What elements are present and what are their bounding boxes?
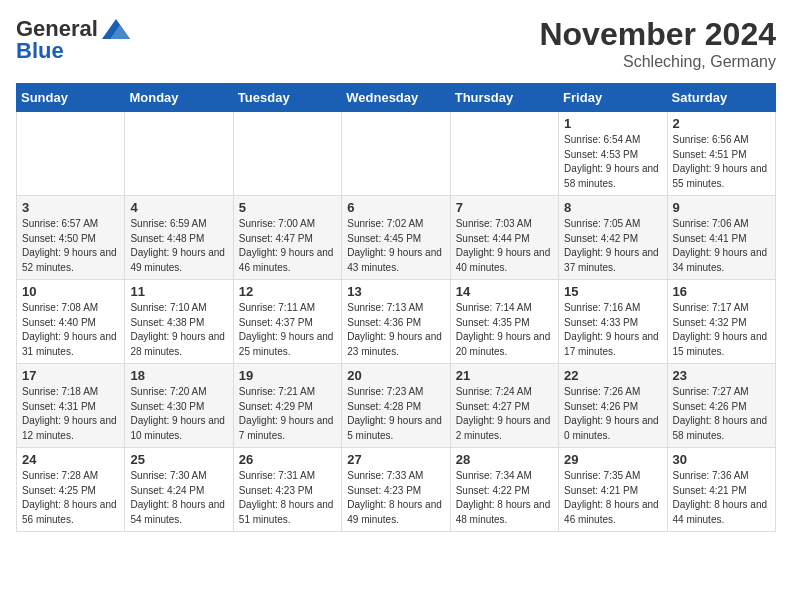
calendar-cell: 9Sunrise: 7:06 AM Sunset: 4:41 PM Daylig… [667, 196, 775, 280]
calendar-cell [233, 112, 341, 196]
calendar-cell: 5Sunrise: 7:00 AM Sunset: 4:47 PM Daylig… [233, 196, 341, 280]
calendar-cell: 8Sunrise: 7:05 AM Sunset: 4:42 PM Daylig… [559, 196, 667, 280]
day-info: Sunrise: 7:05 AM Sunset: 4:42 PM Dayligh… [564, 217, 661, 275]
calendar-cell [450, 112, 558, 196]
day-info: Sunrise: 7:17 AM Sunset: 4:32 PM Dayligh… [673, 301, 770, 359]
day-info: Sunrise: 7:02 AM Sunset: 4:45 PM Dayligh… [347, 217, 444, 275]
day-info: Sunrise: 7:28 AM Sunset: 4:25 PM Dayligh… [22, 469, 119, 527]
calendar-cell: 24Sunrise: 7:28 AM Sunset: 4:25 PM Dayli… [17, 448, 125, 532]
calendar-cell [342, 112, 450, 196]
day-number: 4 [130, 200, 227, 215]
day-number: 10 [22, 284, 119, 299]
calendar-cell: 20Sunrise: 7:23 AM Sunset: 4:28 PM Dayli… [342, 364, 450, 448]
day-number: 17 [22, 368, 119, 383]
calendar-week-row: 3Sunrise: 6:57 AM Sunset: 4:50 PM Daylig… [17, 196, 776, 280]
day-number: 20 [347, 368, 444, 383]
day-number: 9 [673, 200, 770, 215]
day-number: 22 [564, 368, 661, 383]
calendar-cell: 15Sunrise: 7:16 AM Sunset: 4:33 PM Dayli… [559, 280, 667, 364]
day-info: Sunrise: 7:30 AM Sunset: 4:24 PM Dayligh… [130, 469, 227, 527]
day-number: 27 [347, 452, 444, 467]
day-info: Sunrise: 7:24 AM Sunset: 4:27 PM Dayligh… [456, 385, 553, 443]
weekday-header: Thursday [450, 84, 558, 112]
day-info: Sunrise: 7:36 AM Sunset: 4:21 PM Dayligh… [673, 469, 770, 527]
logo-icon [102, 19, 130, 39]
day-number: 15 [564, 284, 661, 299]
day-number: 14 [456, 284, 553, 299]
calendar-cell: 4Sunrise: 6:59 AM Sunset: 4:48 PM Daylig… [125, 196, 233, 280]
day-number: 28 [456, 452, 553, 467]
day-info: Sunrise: 7:13 AM Sunset: 4:36 PM Dayligh… [347, 301, 444, 359]
calendar-week-row: 1Sunrise: 6:54 AM Sunset: 4:53 PM Daylig… [17, 112, 776, 196]
day-info: Sunrise: 7:08 AM Sunset: 4:40 PM Dayligh… [22, 301, 119, 359]
day-info: Sunrise: 7:35 AM Sunset: 4:21 PM Dayligh… [564, 469, 661, 527]
calendar-cell: 19Sunrise: 7:21 AM Sunset: 4:29 PM Dayli… [233, 364, 341, 448]
day-info: Sunrise: 7:00 AM Sunset: 4:47 PM Dayligh… [239, 217, 336, 275]
day-info: Sunrise: 7:03 AM Sunset: 4:44 PM Dayligh… [456, 217, 553, 275]
logo: General Blue [16, 16, 130, 64]
day-info: Sunrise: 6:54 AM Sunset: 4:53 PM Dayligh… [564, 133, 661, 191]
calendar-cell: 25Sunrise: 7:30 AM Sunset: 4:24 PM Dayli… [125, 448, 233, 532]
day-info: Sunrise: 7:27 AM Sunset: 4:26 PM Dayligh… [673, 385, 770, 443]
day-number: 8 [564, 200, 661, 215]
day-info: Sunrise: 7:21 AM Sunset: 4:29 PM Dayligh… [239, 385, 336, 443]
day-info: Sunrise: 7:34 AM Sunset: 4:22 PM Dayligh… [456, 469, 553, 527]
day-info: Sunrise: 7:20 AM Sunset: 4:30 PM Dayligh… [130, 385, 227, 443]
calendar-cell: 6Sunrise: 7:02 AM Sunset: 4:45 PM Daylig… [342, 196, 450, 280]
weekday-header: Monday [125, 84, 233, 112]
calendar-cell: 7Sunrise: 7:03 AM Sunset: 4:44 PM Daylig… [450, 196, 558, 280]
calendar-cell: 2Sunrise: 6:56 AM Sunset: 4:51 PM Daylig… [667, 112, 775, 196]
day-number: 18 [130, 368, 227, 383]
day-number: 13 [347, 284, 444, 299]
day-number: 25 [130, 452, 227, 467]
day-number: 2 [673, 116, 770, 131]
day-number: 23 [673, 368, 770, 383]
calendar-cell [17, 112, 125, 196]
calendar-cell: 22Sunrise: 7:26 AM Sunset: 4:26 PM Dayli… [559, 364, 667, 448]
day-number: 5 [239, 200, 336, 215]
title-section: November 2024 Schleching, Germany [539, 16, 776, 71]
day-info: Sunrise: 7:16 AM Sunset: 4:33 PM Dayligh… [564, 301, 661, 359]
day-number: 3 [22, 200, 119, 215]
calendar-cell: 29Sunrise: 7:35 AM Sunset: 4:21 PM Dayli… [559, 448, 667, 532]
calendar-cell: 11Sunrise: 7:10 AM Sunset: 4:38 PM Dayli… [125, 280, 233, 364]
calendar-week-row: 24Sunrise: 7:28 AM Sunset: 4:25 PM Dayli… [17, 448, 776, 532]
day-number: 6 [347, 200, 444, 215]
calendar-cell: 10Sunrise: 7:08 AM Sunset: 4:40 PM Dayli… [17, 280, 125, 364]
calendar-cell: 18Sunrise: 7:20 AM Sunset: 4:30 PM Dayli… [125, 364, 233, 448]
weekday-header: Tuesday [233, 84, 341, 112]
calendar-cell: 14Sunrise: 7:14 AM Sunset: 4:35 PM Dayli… [450, 280, 558, 364]
day-number: 26 [239, 452, 336, 467]
calendar-cell [125, 112, 233, 196]
weekday-header: Friday [559, 84, 667, 112]
calendar-cell: 13Sunrise: 7:13 AM Sunset: 4:36 PM Dayli… [342, 280, 450, 364]
calendar-cell: 17Sunrise: 7:18 AM Sunset: 4:31 PM Dayli… [17, 364, 125, 448]
day-number: 30 [673, 452, 770, 467]
page-header: General Blue November 2024 Schleching, G… [16, 16, 776, 71]
day-number: 7 [456, 200, 553, 215]
day-number: 12 [239, 284, 336, 299]
day-number: 21 [456, 368, 553, 383]
calendar-cell: 21Sunrise: 7:24 AM Sunset: 4:27 PM Dayli… [450, 364, 558, 448]
day-info: Sunrise: 7:10 AM Sunset: 4:38 PM Dayligh… [130, 301, 227, 359]
day-info: Sunrise: 7:11 AM Sunset: 4:37 PM Dayligh… [239, 301, 336, 359]
day-info: Sunrise: 7:33 AM Sunset: 4:23 PM Dayligh… [347, 469, 444, 527]
day-info: Sunrise: 6:57 AM Sunset: 4:50 PM Dayligh… [22, 217, 119, 275]
weekday-header: Saturday [667, 84, 775, 112]
calendar-cell: 27Sunrise: 7:33 AM Sunset: 4:23 PM Dayli… [342, 448, 450, 532]
logo-blue: Blue [16, 38, 64, 64]
calendar-header-row: SundayMondayTuesdayWednesdayThursdayFrid… [17, 84, 776, 112]
day-info: Sunrise: 7:14 AM Sunset: 4:35 PM Dayligh… [456, 301, 553, 359]
day-number: 16 [673, 284, 770, 299]
day-info: Sunrise: 6:59 AM Sunset: 4:48 PM Dayligh… [130, 217, 227, 275]
calendar-table: SundayMondayTuesdayWednesdayThursdayFrid… [16, 83, 776, 532]
calendar-cell: 12Sunrise: 7:11 AM Sunset: 4:37 PM Dayli… [233, 280, 341, 364]
day-info: Sunrise: 7:26 AM Sunset: 4:26 PM Dayligh… [564, 385, 661, 443]
day-info: Sunrise: 6:56 AM Sunset: 4:51 PM Dayligh… [673, 133, 770, 191]
day-info: Sunrise: 7:31 AM Sunset: 4:23 PM Dayligh… [239, 469, 336, 527]
location-title: Schleching, Germany [539, 53, 776, 71]
month-title: November 2024 [539, 16, 776, 53]
day-number: 11 [130, 284, 227, 299]
calendar-cell: 16Sunrise: 7:17 AM Sunset: 4:32 PM Dayli… [667, 280, 775, 364]
day-info: Sunrise: 7:18 AM Sunset: 4:31 PM Dayligh… [22, 385, 119, 443]
